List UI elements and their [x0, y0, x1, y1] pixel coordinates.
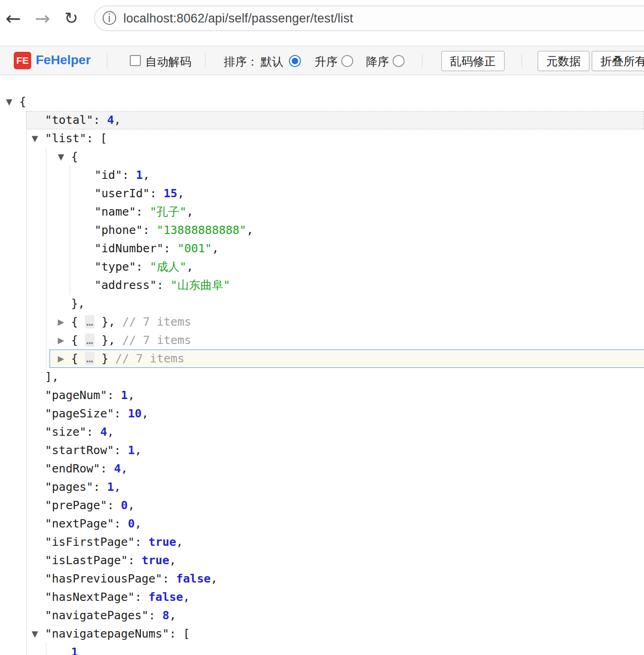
- reload-icon[interactable]: ↻: [64, 6, 78, 30]
- json-punct: :: [114, 407, 128, 420]
- json-row-content: {: [0, 148, 644, 166]
- json-string: "山东曲阜": [171, 278, 230, 292]
- json-punct: :: [136, 260, 150, 273]
- sort-option-ascending-label[interactable]: 升序: [315, 54, 338, 69]
- json-number: 1: [71, 645, 78, 655]
- json-key: "type": [94, 260, 136, 273]
- back-icon[interactable]: ←: [6, 6, 21, 30]
- json-row-content: "size": 4,: [0, 423, 644, 441]
- json-key: "size": [45, 425, 86, 439]
- json-punct: :: [128, 554, 142, 567]
- json-row: "hasPreviousPage": false,: [0, 570, 644, 588]
- json-row: "isLastPage": true,: [0, 551, 644, 570]
- json-row: "name": "孔子",: [0, 203, 644, 221]
- info-icon[interactable]: ⓘ: [102, 9, 117, 28]
- json-string: "成人": [150, 260, 186, 273]
- json-key: "nextPage": [45, 517, 114, 530]
- sort-option-descending-radio[interactable]: [393, 55, 405, 67]
- json-key: "hasNextPage": [45, 590, 135, 604]
- json-punct: :: [86, 425, 100, 439]
- json-key: "isLastPage": [45, 554, 128, 567]
- json-number: 1: [128, 444, 135, 457]
- json-number: 1: [107, 480, 114, 494]
- collapse-all-button[interactable]: 折叠所有: [592, 51, 644, 71]
- json-punct: :: [143, 223, 156, 237]
- json-string: "001": [178, 242, 212, 255]
- json-punct: :: [149, 609, 162, 622]
- json-punct: ,: [128, 499, 135, 512]
- json-row-content: "navigatePages": 8,: [0, 606, 644, 625]
- json-punct: ],: [45, 370, 59, 383]
- json-ellipsis[interactable]: …: [85, 333, 94, 347]
- json-punct: ,: [143, 168, 150, 182]
- sort-option-descending-label[interactable]: 降序: [366, 54, 389, 69]
- metadata-button[interactable]: 元数据: [538, 51, 589, 71]
- json-key: "userId": [94, 187, 150, 200]
- json-punct: :: [135, 535, 149, 549]
- json-row-content: 1: [0, 643, 644, 655]
- json-punct: ,: [178, 187, 184, 200]
- auto-decode-checkbox[interactable]: [130, 55, 141, 66]
- json-punct: ,: [169, 609, 176, 622]
- json-punct: :: [164, 242, 178, 255]
- json-punct: ,: [169, 554, 176, 567]
- json-number: 15: [164, 187, 178, 200]
- json-key: "hasPreviousPage": [45, 572, 162, 585]
- url-bar[interactable]: ⓘ localhost:8062/api/self/passenger/test…: [94, 6, 644, 31]
- json-punct: :: [93, 113, 107, 127]
- json-row: ▶{ … } // 7 items: [0, 350, 644, 368]
- auto-decode-label[interactable]: 自动解码: [145, 54, 191, 69]
- json-row: "id": 1,: [0, 166, 644, 184]
- json-punct: ,: [107, 425, 114, 439]
- json-row-content: "pageNum": 1,: [0, 386, 644, 405]
- json-row-content: "total": 4,: [0, 111, 644, 129]
- json-number: 4: [107, 113, 114, 127]
- fehelper-toolbar: FE FeHelper 自动解码 排序： 默认 升序 降序 乱码修正 元数据 折…: [0, 46, 644, 75]
- json-punct: ,: [183, 590, 190, 604]
- json-row: "navigatePages": 8,: [0, 606, 644, 625]
- json-row: ▼"navigatepageNums": [: [0, 625, 644, 643]
- json-punct: :: [122, 168, 136, 182]
- json-rows: ▼{"total": 4,▼"list": [▼{"id": 1,"userId…: [0, 75, 644, 655]
- forward-icon[interactable]: →: [35, 6, 50, 30]
- json-row: "size": 4,: [0, 423, 644, 441]
- sort-option-default-radio[interactable]: [289, 55, 301, 67]
- json-punct: :: [114, 444, 128, 457]
- json-row: ▶{ … }, // 7 items: [0, 331, 644, 350]
- json-row: "prePage": 0,: [0, 496, 644, 515]
- json-punct: },: [94, 333, 122, 347]
- json-punct: {: [71, 315, 85, 328]
- json-key: "isFirstPage": [45, 535, 135, 549]
- json-row-content: "pages": 1,: [0, 478, 644, 496]
- json-row: "startRow": 1,: [0, 441, 644, 460]
- json-row: "pageNum": 1,: [0, 386, 644, 405]
- sort-label: 排序：: [224, 54, 258, 69]
- json-punct: :: [135, 590, 149, 604]
- json-string: "孔子": [150, 205, 186, 218]
- sort-option-default-label[interactable]: 默认: [261, 54, 283, 69]
- json-key: "name": [94, 205, 136, 218]
- json-row: "type": "成人",: [0, 258, 644, 276]
- json-number: 1: [136, 168, 143, 182]
- fix-garbled-button[interactable]: 乱码修正: [441, 51, 505, 71]
- json-row: "userId": 15,: [0, 184, 644, 203]
- json-punct: ,: [187, 205, 194, 218]
- sort-option-ascending-radio[interactable]: [341, 55, 353, 67]
- json-punct: :: [93, 480, 107, 494]
- json-row-content: "idNumber": "001",: [0, 239, 644, 258]
- json-punct: ,: [187, 260, 194, 273]
- json-ellipsis[interactable]: …: [85, 315, 94, 328]
- json-boolean: false: [176, 572, 211, 585]
- json-ellipsis[interactable]: …: [85, 352, 94, 365]
- json-string: "13888888888": [156, 223, 246, 237]
- json-punct: {: [19, 95, 26, 108]
- json-number: 8: [162, 609, 169, 622]
- json-number: 0: [128, 517, 135, 530]
- json-punct: }: [94, 352, 115, 365]
- json-key: "list": [45, 132, 86, 145]
- json-row-content: "startRow": 1,: [0, 441, 644, 460]
- json-punct: [: [100, 132, 107, 145]
- json-boolean: false: [149, 590, 183, 604]
- json-row: "total": 4,: [0, 111, 644, 129]
- json-comment: // 7 items: [122, 315, 191, 328]
